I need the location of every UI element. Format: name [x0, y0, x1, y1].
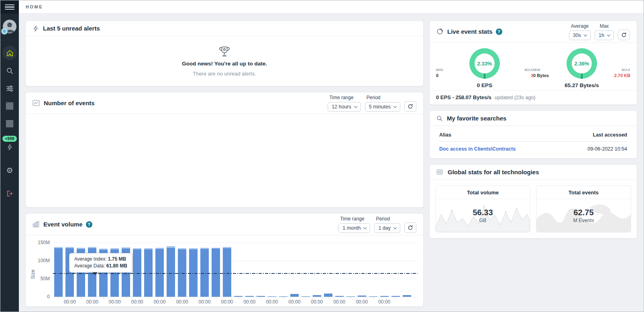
x-tick-mark: [306, 297, 306, 298]
search-icon: [436, 115, 443, 122]
volume-bar[interactable]: [167, 246, 175, 297]
total-volume-tile: Total volume 56.3: [435, 186, 530, 232]
time-range-label: Time range: [329, 95, 361, 100]
sidebar-nav: +999 ⚙: [0, 40, 19, 204]
x-tick-label: 00:00: [221, 299, 233, 305]
volume-bar[interactable]: [54, 247, 63, 297]
volume-chart-plot[interactable]: Average Index: 1.75 MB Average Data: 61.…: [53, 243, 418, 297]
refresh-icon: [408, 225, 413, 230]
volume-bar[interactable]: [189, 248, 198, 297]
refresh-button[interactable]: [404, 222, 416, 233]
period-select[interactable]: 1 day: [374, 223, 400, 233]
y-axis-ticks: 150M100M50M0: [36, 243, 53, 297]
x-tick-mark: [171, 297, 171, 298]
favorite-searches-card: My favorite searches Alias Last accessed…: [429, 110, 637, 159]
sidebar-item-alerts[interactable]: [2, 140, 17, 154]
x-tick-label: 00:00: [288, 299, 300, 305]
y-tick-label: 50M: [41, 276, 50, 281]
sliders-icon: [6, 85, 14, 92]
sidebar-item-search[interactable]: [2, 63, 17, 78]
gauge-percent: 2.33%: [469, 48, 500, 79]
x-tick-mark: [216, 297, 216, 298]
x-tick-mark: [283, 297, 283, 298]
bytes-gauge: MIN 0 Bytes 2.36% 65.27 Bytes/s MAX: [533, 48, 630, 88]
x-tick-mark: [261, 297, 261, 298]
volume-bar[interactable]: [178, 248, 186, 297]
time-range-select[interactable]: 1 month: [338, 223, 370, 233]
help-icon[interactable]: ?: [496, 29, 502, 35]
sidebar: +999 ⚙: [0, 0, 19, 312]
volume-bar[interactable]: [223, 247, 231, 297]
volume-bar[interactable]: [324, 294, 332, 297]
y-tick-label: 100M: [38, 258, 50, 263]
refresh-icon: [408, 104, 413, 109]
card-title: Last 5 unread alerts: [43, 25, 100, 32]
tile-value: 62.75: [573, 208, 593, 217]
avatar[interactable]: [3, 20, 16, 33]
total-events-tile: Total events 62.75 M Events: [536, 186, 631, 232]
x-tick-mark: [328, 297, 328, 298]
chevron-down-icon: [393, 226, 397, 229]
x-tick-label: 00:00: [333, 299, 345, 305]
gridline: [53, 243, 418, 243]
period-select[interactable]: 5 minutes: [365, 102, 400, 112]
volume-bar[interactable]: [212, 248, 220, 297]
main-content: Last 5 unread alerts Good news! You're a…: [19, 14, 644, 312]
help-icon[interactable]: ?: [86, 221, 92, 228]
live-stats-footer: 0 EPS - 258.07 Bytes/s updated (23s ago): [430, 90, 637, 104]
sidebar-item-logout[interactable]: [2, 186, 17, 201]
trophy-icon: [218, 46, 231, 57]
x-tick-mark: [373, 297, 373, 298]
average-select[interactable]: 30s: [569, 31, 591, 40]
sidebar-item-apps[interactable]: [2, 99, 17, 113]
breadcrumb[interactable]: HOME: [26, 4, 43, 9]
x-tick-mark: [238, 297, 238, 298]
x-tick-label: 00:00: [243, 299, 255, 305]
chart-tooltip: Average Index: 1.75 MB Average Data: 61.…: [69, 253, 132, 273]
card-title: My favorite searches: [447, 115, 506, 122]
sidebar-item-filters[interactable]: [2, 81, 17, 96]
eps-gauge: MIN 0 2.33% 0 EPS MAX 3: [436, 48, 533, 88]
favorite-search-link[interactable]: Doc access in Clients\Contracts: [439, 146, 516, 152]
number-of-events-card: Number of events Time range 12 hours Per…: [25, 92, 424, 208]
sidebar-item-modules[interactable]: [2, 116, 17, 131]
refresh-button[interactable]: [618, 30, 630, 40]
x-tick-mark: [395, 297, 396, 298]
time-range-select[interactable]: 12 hours: [328, 102, 361, 112]
volume-bar[interactable]: [200, 248, 209, 297]
menu-icon[interactable]: [0, 0, 19, 14]
x-tick-label: 00:00: [199, 299, 211, 305]
volume-bar[interactable]: [133, 248, 141, 297]
events-chart-area: [26, 114, 423, 207]
max-select[interactable]: 1h: [595, 31, 614, 40]
min-value: 0: [436, 73, 454, 78]
max-label: MAX: [622, 68, 631, 72]
tile-unit: GB: [479, 218, 486, 223]
volume-bar[interactable]: [290, 294, 299, 297]
average-line: [53, 273, 418, 274]
chart-image-icon: [33, 100, 40, 106]
x-tick-label: 00:00: [266, 299, 278, 305]
chevron-down-icon: [584, 33, 587, 36]
tile-label: Total events: [536, 186, 631, 199]
gauge-percent: 2.36%: [567, 48, 597, 79]
tooltip-arrow-icon: [93, 272, 98, 275]
bytes-donut-chart: 2.36%: [567, 48, 597, 79]
alerts-headline: Good news! You're all up to date.: [182, 61, 267, 67]
time-range-label: Time range: [340, 216, 370, 222]
sidebar-item-settings[interactable]: ⚙: [2, 163, 17, 177]
x-tick-label: 00:00: [311, 299, 323, 305]
gauge-caption: 65.27 Bytes/s: [565, 82, 599, 88]
x-tick-mark: [81, 297, 82, 298]
y-axis-label: Size: [30, 269, 36, 279]
sidebar-item-home[interactable]: [2, 46, 17, 60]
card-title: Event volume: [43, 221, 83, 228]
volume-bar[interactable]: [144, 248, 153, 297]
period-label: Period: [367, 95, 400, 100]
refresh-icon: [621, 32, 627, 38]
favorites-table: Alias Last accessed Doc access in Client…: [430, 126, 637, 158]
gear-icon: ⚙: [6, 167, 13, 174]
volume-bar[interactable]: [155, 248, 164, 297]
refresh-button[interactable]: [404, 101, 416, 112]
table-row: Doc access in Clients\Contracts 09-06-20…: [439, 142, 627, 153]
